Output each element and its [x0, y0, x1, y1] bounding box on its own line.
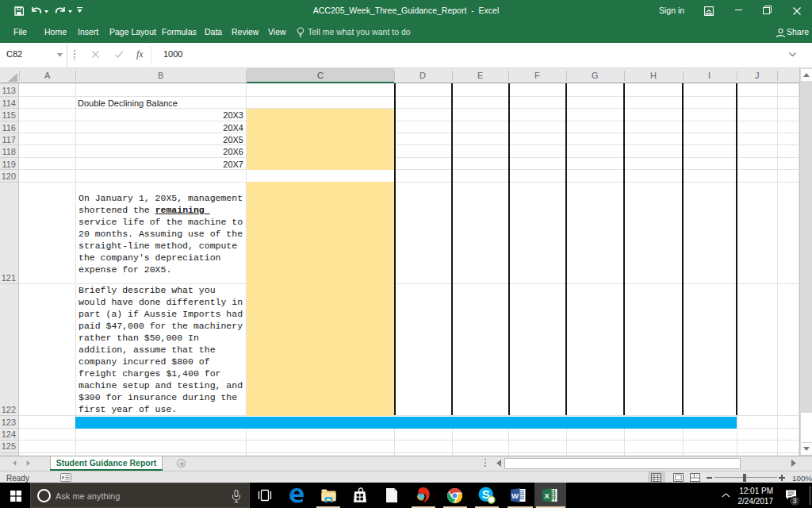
svg-text:X: X: [544, 491, 550, 500]
svg-text:W: W: [511, 491, 519, 500]
